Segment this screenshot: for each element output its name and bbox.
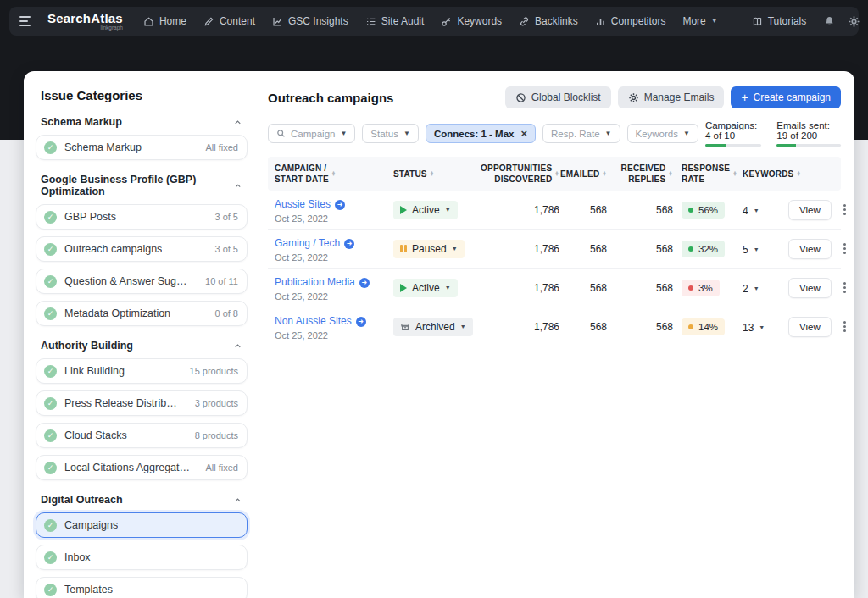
sort-icon: ▲▼ xyxy=(732,171,737,177)
create-campaign-button[interactable]: + Create campaign xyxy=(731,86,841,108)
sidebar-item-metadata-optimization[interactable]: ✓ Metadata Optimization 0 of 8 xyxy=(36,301,248,326)
col-emailed[interactable]: EMAILED ▲▼ xyxy=(559,169,607,180)
col-keywords[interactable]: KEYWORDS ▲▼ xyxy=(739,169,788,180)
nav-site-audit[interactable]: Site Audit xyxy=(365,15,425,27)
send-icon: ➜ xyxy=(356,317,366,327)
keywords-dropdown[interactable]: 5▼ xyxy=(739,244,760,256)
sidebar-item-question-answer[interactable]: ✓ Question & Answer Suggestions 10 of 11 xyxy=(36,269,248,294)
view-button[interactable]: View xyxy=(788,278,832,298)
sidebar-item-link-building[interactable]: ✓ Link Building 15 products xyxy=(36,358,248,384)
close-icon[interactable]: × xyxy=(520,128,527,139)
menu-icon[interactable] xyxy=(19,16,31,26)
col-response-rate[interactable]: RESPONSERATE ▲▼ xyxy=(673,163,739,185)
archive-icon xyxy=(400,322,410,332)
send-icon: ➜ xyxy=(344,239,354,249)
connects-filter-active[interactable]: Connecs: 1 - Max × xyxy=(426,124,536,143)
sidebar-item-gbp-posts[interactable]: ✓ GBP Posts 3 of 5 xyxy=(36,204,248,230)
status-dropdown[interactable]: Active▼ xyxy=(393,279,458,297)
line-chart-icon xyxy=(272,16,283,27)
status-dot-icon xyxy=(688,246,693,252)
resp-rate-filter[interactable]: Resp. Rate ▼ xyxy=(542,124,620,143)
col-status[interactable]: STATUS ▲▼ xyxy=(393,169,476,180)
keywords-dropdown[interactable]: 4▼ xyxy=(739,205,760,217)
content-card: Issue Categories Schema Markup ✓ Schema … xyxy=(24,71,854,598)
nav-keywords[interactable]: Keywords xyxy=(441,15,502,27)
outreach-campaigns-panel: Outreach campaigns Global Blocklist Mana… xyxy=(248,86,841,598)
campaign-link[interactable]: Non Aussie Sites➜ xyxy=(275,315,366,329)
emailed-value: 568 xyxy=(559,243,607,255)
nav-tutorials[interactable]: Tutorials xyxy=(752,15,807,27)
status-dot-icon xyxy=(688,208,693,213)
view-button[interactable]: View xyxy=(788,200,832,220)
status-filter[interactable]: Status ▼ xyxy=(362,124,419,143)
sidebar-item-schema-markup[interactable]: ✓ Schema Markup All fixed xyxy=(36,135,248,160)
check-icon: ✓ xyxy=(44,584,57,596)
caret-down-icon: ▼ xyxy=(452,246,458,252)
section-gbp-optimization[interactable]: Google Business Profile (GBP) Optimizati… xyxy=(41,174,242,197)
keywords-dropdown[interactable]: 2▼ xyxy=(739,283,760,295)
section-digital-outreach[interactable]: Digital Outreach xyxy=(41,494,242,506)
table-row: Publication Media➜ Oct 25, 2022 Active▼ … xyxy=(268,269,841,307)
nav-home[interactable]: Home xyxy=(143,15,186,27)
keywords-dropdown[interactable]: 13▼ xyxy=(739,322,765,334)
view-button[interactable]: View xyxy=(788,239,832,259)
nav-content[interactable]: Content xyxy=(203,15,255,27)
campaigns-table: CAMPAIGN /START DATE ▲▼ STATUS ▲▼ OPPORT… xyxy=(268,157,841,346)
campaign-link[interactable]: Aussie Sites➜ xyxy=(275,198,345,212)
col-campaign[interactable]: CAMPAIGN /START DATE ▲▼ xyxy=(275,163,393,185)
campaign-date: Oct 25, 2022 xyxy=(275,213,393,224)
campaign-link[interactable]: Gaming / Tech➜ xyxy=(275,237,354,251)
kebab-menu-icon[interactable] xyxy=(842,280,848,295)
caret-down-icon: ▼ xyxy=(445,285,451,291)
table-header: CAMPAIGN /START DATE ▲▼ STATUS ▲▼ OPPORT… xyxy=(268,157,841,191)
gear-icon[interactable] xyxy=(848,15,860,28)
sidebar-item-cloud-stacks[interactable]: ✓ Cloud Stacks 8 products xyxy=(36,423,248,448)
sidebar-item-local-citations[interactable]: ✓ Local Citations Aggregator Network All… xyxy=(36,455,248,480)
check-icon: ✓ xyxy=(44,211,57,224)
nav-backlinks[interactable]: Backlinks xyxy=(519,15,578,27)
sidebar-item-inbox[interactable]: ✓ Inbox xyxy=(36,545,248,570)
bar-chart-icon xyxy=(595,16,606,27)
sidebar-title: Issue Categories xyxy=(41,88,248,102)
manage-emails-button[interactable]: Manage Emails xyxy=(618,86,725,108)
nav-more[interactable]: More ▼ xyxy=(682,15,717,27)
section-schema-markup[interactable]: Schema Markup xyxy=(41,116,242,128)
response-rate-badge: 14% xyxy=(682,318,725,335)
book-icon xyxy=(752,16,763,27)
sidebar-item-templates[interactable]: ✓ Templates xyxy=(36,577,248,598)
chevron-up-icon xyxy=(234,181,242,191)
bell-icon[interactable] xyxy=(823,15,836,28)
caret-down-icon: ▼ xyxy=(403,130,410,137)
status-dot-icon xyxy=(688,285,693,291)
status-dropdown[interactable]: Paused▼ xyxy=(393,240,465,258)
caret-down-icon: ▼ xyxy=(754,208,760,213)
emails-progress-bar xyxy=(776,144,841,147)
keywords-filter[interactable]: Keywords ▼ xyxy=(627,124,698,143)
view-button[interactable]: View xyxy=(788,317,832,337)
campaign-search-filter[interactable]: Campaign ▼ xyxy=(268,124,355,143)
received-value: 568 xyxy=(607,321,673,333)
section-authority-building[interactable]: Authority Building xyxy=(41,340,242,352)
global-blocklist-button[interactable]: Global Blocklist xyxy=(505,86,611,108)
check-icon: ✓ xyxy=(44,551,57,564)
app-logo[interactable]: SearchAtlas linkgraph xyxy=(47,12,123,31)
sidebar-item-press-release[interactable]: ✓ Press Release Distribution 3 products xyxy=(36,390,248,416)
kebab-menu-icon[interactable] xyxy=(842,241,848,256)
status-dropdown[interactable]: Active▼ xyxy=(393,201,458,219)
campaign-link[interactable]: Publication Media➜ xyxy=(275,276,370,290)
col-opportunities[interactable]: OPPORTUNITIESDISCOVERED ▲▼ xyxy=(476,163,559,185)
caret-down-icon: ▼ xyxy=(340,130,347,137)
nav-competitors[interactable]: Competitors xyxy=(595,15,666,27)
search-icon xyxy=(276,129,286,138)
status-dropdown[interactable]: Archived▼ xyxy=(393,318,473,336)
nav-gsc-insights[interactable]: GSC Insights xyxy=(272,15,348,27)
sidebar-item-outreach-campaigns[interactable]: ✓ Outreach campaigns 3 of 5 xyxy=(36,236,248,262)
sidebar-item-campaigns[interactable]: ✓ Campaigns xyxy=(36,512,248,538)
col-received-replies[interactable]: RECEIVEDREPLIES ▲▼ xyxy=(607,163,673,185)
pause-icon xyxy=(400,245,407,252)
kebab-menu-icon[interactable] xyxy=(842,319,848,334)
kebab-menu-icon[interactable] xyxy=(842,202,848,217)
check-icon: ✓ xyxy=(44,519,57,532)
received-value: 568 xyxy=(607,204,673,216)
logo-subtext: linkgraph xyxy=(101,25,123,31)
